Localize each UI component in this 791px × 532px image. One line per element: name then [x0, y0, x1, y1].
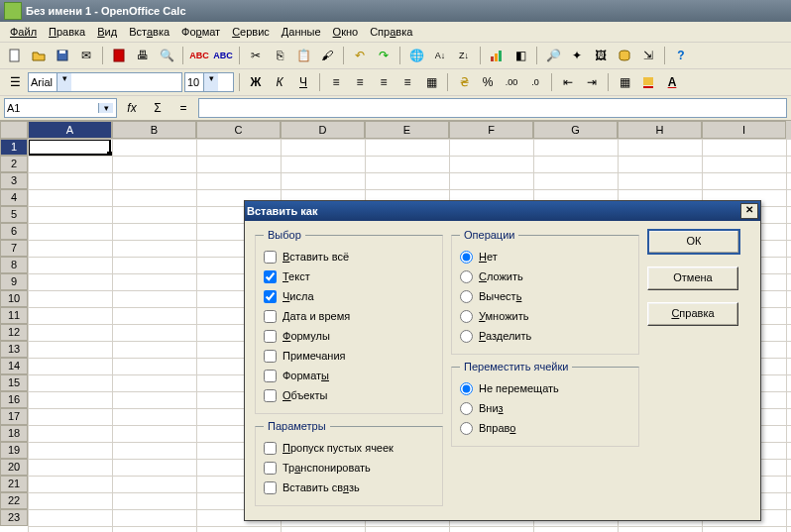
function-wizard-icon[interactable]: fx	[121, 97, 143, 119]
dialog-titlebar[interactable]: Вставить как ✕	[245, 201, 760, 221]
menu-edit[interactable]: Правка	[43, 24, 91, 40]
add-decimal-icon[interactable]: .00	[501, 71, 522, 93]
menu-file[interactable]: Файл	[4, 24, 43, 40]
checkbox-input[interactable]	[264, 462, 277, 475]
radio-input[interactable]	[460, 382, 473, 395]
column-header[interactable]: G	[533, 121, 618, 139]
undo-icon[interactable]: ↶	[349, 45, 371, 66]
hyperlink-icon[interactable]: 🌐	[405, 45, 427, 66]
italic-icon[interactable]: К	[269, 71, 290, 93]
row-header[interactable]: 13	[0, 341, 28, 358]
zoom-icon[interactable]: ⇲	[637, 45, 659, 66]
redo-icon[interactable]: ↷	[373, 45, 395, 66]
row-header[interactable]: 12	[0, 324, 28, 341]
percent-icon[interactable]: %	[477, 71, 499, 93]
menu-insert[interactable]: Вставка	[123, 24, 175, 40]
row-header[interactable]: 2	[0, 156, 28, 172]
cancel-button[interactable]: Отмена	[647, 266, 738, 290]
menu-help[interactable]: Справка	[364, 24, 418, 40]
sort-desc-icon[interactable]: Z↓	[453, 45, 475, 66]
menu-view[interactable]: Вид	[91, 24, 123, 40]
formula-input[interactable]	[198, 98, 787, 118]
selection-option[interactable]: Вставить всё	[264, 247, 434, 266]
selection-option[interactable]: Текст	[264, 266, 434, 286]
row-header[interactable]: 5	[0, 206, 28, 223]
row-header[interactable]: 11	[0, 307, 28, 324]
row-header[interactable]: 7	[0, 240, 28, 257]
operation-option[interactable]: Вычесть	[460, 286, 630, 306]
column-header[interactable]: A	[28, 121, 112, 139]
shift-option[interactable]: Не перемещать	[460, 378, 630, 398]
paintbrush-icon[interactable]: 🖌	[316, 45, 338, 66]
new-doc-icon[interactable]	[4, 45, 26, 66]
decrease-indent-icon[interactable]: ⇤	[557, 71, 579, 93]
radio-input[interactable]	[460, 330, 473, 343]
borders-icon[interactable]: ▦	[614, 71, 635, 93]
column-header[interactable]: D	[281, 121, 365, 139]
radio-input[interactable]	[460, 251, 473, 264]
row-header[interactable]: 8	[0, 257, 28, 273]
radio-input[interactable]	[460, 422, 473, 435]
column-header[interactable]: I	[702, 121, 786, 139]
selection-option[interactable]: Формулы	[264, 326, 434, 346]
merge-cells-icon[interactable]: ▦	[420, 71, 442, 93]
close-icon[interactable]: ✕	[740, 203, 758, 219]
help-icon[interactable]: ?	[670, 45, 692, 66]
align-right-icon[interactable]: ≡	[373, 71, 395, 93]
increase-indent-icon[interactable]: ⇥	[581, 71, 603, 93]
datasources-icon[interactable]	[614, 45, 635, 66]
cell-reference-input[interactable]	[5, 102, 98, 114]
operation-option[interactable]: Умножить	[460, 306, 630, 326]
checkbox-input[interactable]	[264, 251, 277, 264]
selection-option[interactable]: Дата и время	[264, 306, 434, 326]
cut-icon[interactable]: ✂	[245, 45, 267, 66]
row-header[interactable]: 15	[0, 374, 28, 391]
radio-input[interactable]	[460, 310, 473, 323]
menu-data[interactable]: Данные	[276, 24, 327, 40]
selection-option[interactable]: Объекты	[264, 385, 434, 405]
row-header[interactable]: 1	[0, 139, 28, 156]
row-header[interactable]: 10	[0, 290, 28, 307]
checkbox-input[interactable]	[264, 481, 277, 494]
navigator-icon[interactable]: ✦	[566, 45, 588, 66]
pdf-icon[interactable]	[108, 45, 130, 66]
checkbox-input[interactable]	[264, 389, 277, 402]
print-icon[interactable]: 🖶	[132, 45, 154, 66]
font-size-combo[interactable]: 10 ▾	[184, 72, 234, 92]
chevron-down-icon[interactable]: ▾	[56, 73, 71, 91]
column-header[interactable]: H	[618, 121, 702, 139]
align-left-icon[interactable]: ≡	[325, 71, 347, 93]
operation-option[interactable]: Нет	[460, 247, 630, 266]
show-draw-icon[interactable]: ◧	[509, 45, 531, 66]
paste-icon[interactable]: 📋	[292, 45, 314, 66]
checkbox-input[interactable]	[264, 330, 277, 343]
row-header[interactable]: 17	[0, 408, 28, 425]
underline-icon[interactable]: Ч	[292, 71, 314, 93]
checkbox-input[interactable]	[264, 370, 277, 382]
chevron-down-icon[interactable]: ▾	[203, 73, 218, 91]
radio-input[interactable]	[460, 290, 473, 303]
row-header[interactable]: 23	[0, 509, 28, 526]
ok-button[interactable]: ОК	[647, 229, 740, 255]
row-header[interactable]: 14	[0, 358, 28, 374]
checkbox-input[interactable]	[264, 442, 277, 455]
row-header[interactable]: 4	[0, 189, 28, 206]
menu-window[interactable]: Окно	[327, 24, 365, 40]
selection-option[interactable]: Примечания	[264, 346, 434, 366]
print-preview-icon[interactable]: 🔍	[156, 45, 177, 66]
column-header[interactable]: E	[365, 121, 449, 139]
autospell-icon[interactable]: ABC	[212, 45, 234, 66]
font-name-combo[interactable]: Arial ▾	[28, 72, 182, 92]
help-button[interactable]: Справка	[647, 302, 738, 326]
sum-icon[interactable]: Σ	[147, 97, 169, 119]
fontcolor-icon[interactable]: A	[661, 71, 683, 93]
remove-decimal-icon[interactable]: .0	[524, 71, 546, 93]
checkbox-input[interactable]	[264, 270, 277, 283]
row-header[interactable]: 6	[0, 223, 28, 240]
copy-icon[interactable]: ⎘	[269, 45, 290, 66]
row-header[interactable]: 3	[0, 172, 28, 189]
row-header[interactable]: 19	[0, 442, 28, 459]
radio-input[interactable]	[460, 270, 473, 283]
align-justify-icon[interactable]: ≡	[396, 71, 418, 93]
name-box[interactable]: ▾	[4, 98, 117, 118]
